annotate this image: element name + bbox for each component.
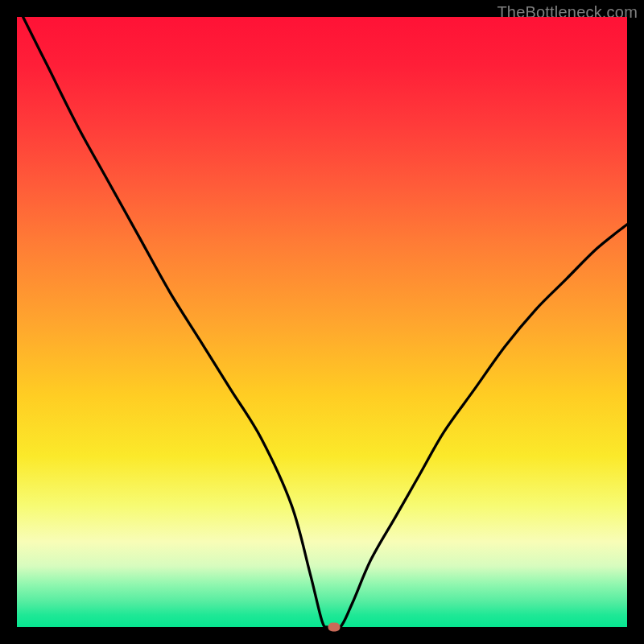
bottleneck-curve (23, 17, 627, 630)
plot-area (17, 17, 627, 627)
curve-layer (17, 17, 627, 627)
optimum-marker (328, 623, 341, 632)
chart-frame: TheBottleneck.com (0, 0, 644, 644)
